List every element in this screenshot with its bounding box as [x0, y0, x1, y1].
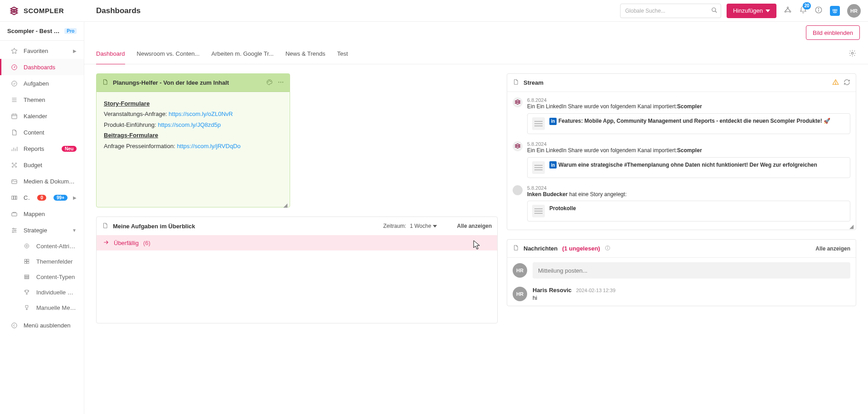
global-search[interactable] — [620, 4, 721, 18]
sidebar-item-budget[interactable]: Budget — [0, 157, 84, 173]
page-icon — [102, 79, 108, 87]
show-all-link[interactable]: Alle anzeigen — [457, 223, 492, 229]
show-image-button[interactable]: Bild einblenden — [806, 25, 860, 40]
brand-logo[interactable]: SCOMPLER — [0, 6, 84, 16]
share-icon[interactable] — [784, 6, 792, 15]
tab-news-trends[interactable]: News & Trends — [286, 43, 325, 64]
main-area: Bild einblenden Dashboard Newsroom vs. C… — [84, 22, 868, 414]
resize-handle[interactable]: ◢ — [283, 201, 289, 206]
stream-card[interactable]: inWarum eine strategische #Themenplanung… — [527, 157, 850, 178]
scompler-avatar-icon — [513, 97, 523, 107]
trophy-icon — [23, 289, 31, 295]
community-icon — [10, 194, 18, 201]
sidebar-subitem-content-attribute[interactable]: Content-Attribute — [0, 238, 84, 254]
sidebar-item-themen[interactable]: Themen — [0, 91, 84, 108]
story-formulare-heading: Story-Formulare — [104, 100, 150, 107]
doc-icon — [532, 205, 545, 217]
stream-card[interactable]: Protokolle — [527, 201, 850, 221]
svg-point-40 — [15, 230, 16, 231]
message-row[interactable]: HR Haris Resovic 2024-02-13 12:39 hi — [513, 287, 850, 301]
range-dropdown[interactable]: 1 Woche — [410, 223, 437, 229]
planner-link-1[interactable]: https://scom.ly/oZL0NvR — [169, 111, 233, 117]
search-input[interactable] — [620, 4, 721, 18]
planner-line3-label: Anfrage Presseinformation: — [104, 143, 177, 149]
sidebar-item-favoriten[interactable]: Favoriten ▶ — [0, 43, 84, 59]
sidebar-item-strategie[interactable]: Strategie ▼ — [0, 222, 84, 238]
sidebar-item-mappen[interactable]: Mappen — [0, 206, 84, 222]
info-icon[interactable] — [815, 6, 823, 15]
tab-test[interactable]: Test — [337, 43, 348, 64]
user-avatar[interactable]: HR — [847, 4, 861, 18]
widget-header[interactable]: Planungs-Helfer - Von der Idee zum Inhal… — [97, 74, 290, 92]
warning-icon[interactable] — [832, 79, 839, 87]
info-small-icon[interactable] — [605, 245, 611, 252]
tab-newsroom[interactable]: Newsroom vs. Conten... — [137, 43, 200, 64]
svg-rect-18 — [11, 114, 16, 119]
stream-item[interactable]: 6.8.2024 Ein Ein LinkedIn Share wurde vo… — [513, 94, 850, 138]
refresh-icon[interactable] — [844, 79, 850, 87]
planner-link-2[interactable]: https://scom.ly/JQ8zd5p — [158, 121, 221, 128]
svg-point-13 — [14, 67, 15, 67]
chevron-down-icon: ▼ — [72, 228, 77, 233]
sidebar-item-community[interactable]: Comm... 0 99+ ▶ — [0, 189, 84, 206]
sidebar-subitem-manuelle-metriken[interactable]: Manuelle Metriken — [0, 300, 84, 315]
planner-link-3[interactable]: https://scom.ly/jRVDqDo — [177, 143, 241, 149]
overdue-label: Überfällig — [114, 240, 139, 246]
stream-text: Ein Ein LinkedIn Share wurde von folgend… — [527, 103, 850, 111]
arrow-left-circle-icon — [10, 322, 18, 329]
sidebar-subitem-individuelle-felder[interactable]: Individuelle Felder — [0, 284, 84, 300]
svg-point-14 — [11, 81, 16, 86]
msg-text: hi — [533, 294, 616, 301]
media-icon — [10, 178, 18, 185]
svg-point-39 — [13, 228, 14, 229]
palette-icon[interactable] — [266, 79, 273, 87]
page-title: Dashboards — [84, 6, 141, 15]
svg-point-30 — [15, 166, 17, 168]
search-icon[interactable] — [711, 7, 718, 14]
more-icon[interactable] — [277, 79, 284, 87]
intercom-icon[interactable] — [830, 6, 840, 16]
sidebar-item-reports[interactable]: Reports Neu — [0, 140, 84, 157]
sidebar-item-content[interactable]: Content — [0, 124, 84, 140]
stream-item[interactable]: 5.8.2024 Ein Ein LinkedIn Share wurde vo… — [513, 138, 850, 182]
svg-rect-47 — [27, 262, 29, 264]
check-circle-icon — [10, 80, 18, 87]
arrow-right-icon — [103, 239, 109, 247]
resize-handle[interactable]: ◢ — [849, 223, 855, 229]
budget-icon — [10, 162, 18, 168]
overdue-row[interactable]: Überfällig (6) — [97, 235, 497, 250]
gear-icon[interactable] — [849, 49, 856, 58]
svg-rect-50 — [24, 278, 29, 279]
project-switcher[interactable]: Scompler - Best practi... Pro — [0, 22, 84, 41]
svg-point-54 — [269, 80, 269, 81]
stream-text: Inken Budecker hat eine Story angelegt: — [527, 191, 850, 198]
unread-count: (1 ungelesen) — [562, 245, 600, 252]
sidebar-subitem-themenfelder[interactable]: Themenfelder — [0, 254, 84, 269]
sidebar-item-aufgaben[interactable]: Aufgaben — [0, 75, 84, 91]
sidebar-collapse[interactable]: Menü ausblenden — [0, 317, 84, 333]
svg-rect-44 — [24, 259, 26, 261]
add-button[interactable]: Hinzufügen — [727, 4, 776, 18]
stream-card[interactable]: inFeatures: Mobile App, Community Manage… — [527, 113, 850, 134]
svg-point-2 — [787, 7, 789, 8]
tab-dashboard[interactable]: Dashboard — [96, 43, 125, 64]
svg-rect-45 — [27, 259, 29, 261]
new-badge: Neu — [62, 146, 77, 152]
svg-point-53 — [268, 82, 268, 82]
widget-header: Meine Aufgaben im Überblick Zeitraum: 1 … — [97, 217, 497, 235]
beitrags-formulare-heading: Beitrags-Formulare — [104, 132, 158, 139]
svg-point-29 — [12, 166, 13, 168]
bell-icon[interactable]: 20 — [799, 6, 807, 15]
svg-point-58 — [282, 82, 283, 82]
tab-google-trends[interactable]: Arbeiten m. Google Tr... — [211, 43, 273, 64]
show-all-link[interactable]: Alle anzeigen — [815, 246, 850, 252]
post-input[interactable] — [533, 262, 850, 279]
sliders-icon — [10, 227, 18, 234]
sidebar-item-dashboards[interactable]: Dashboards — [0, 59, 84, 75]
nachrichten-widget: Nachrichten (1 ungelesen) Alle anzeigen … — [507, 239, 856, 306]
stream-item[interactable]: 5.8.2024 Inken Budecker hat eine Story a… — [513, 182, 850, 226]
sidebar-item-medien[interactable]: Medien & Dokumente — [0, 173, 84, 189]
sidebar-subitem-content-typen[interactable]: Content-Typen — [0, 269, 84, 284]
calendar-icon — [10, 113, 18, 120]
sidebar-item-kalender[interactable]: Kalender — [0, 108, 84, 124]
